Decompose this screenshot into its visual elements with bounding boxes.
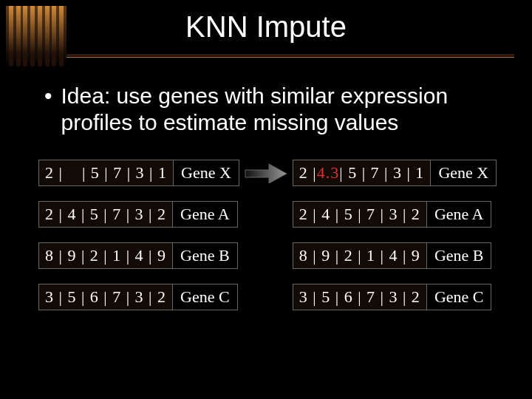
table-row: 3 | 5 | 6 | 7 | 3 | 2 Gene C: [293, 284, 497, 310]
gene-values: 2 |4.3| 5 | 7 | 3 | 1: [293, 160, 432, 186]
bullet-marker: •: [44, 83, 52, 109]
gene-values: 2 | 4 | 5 | 7 | 3 | 2: [293, 201, 427, 228]
gene-values: 8 | 9 | 2 | 1 | 4 | 9: [293, 242, 427, 269]
gene-label: Gene B: [427, 242, 492, 269]
gene-label: Gene A: [173, 201, 238, 228]
gene-label: Gene X: [431, 160, 497, 186]
table-row: 3 | 5 | 6 | 7 | 3 | 2 Gene C: [38, 284, 239, 310]
arrow-icon: [239, 160, 293, 185]
gene-values: 2 | | 5 | 7 | 3 | 1: [38, 160, 174, 186]
bullet-text: Idea: use genes with similar expression …: [61, 83, 495, 136]
bullet-item: • Idea: use genes with similar expressio…: [44, 83, 495, 136]
logo-graphic: [6, 6, 66, 66]
values-prefix: 2 |: [299, 163, 317, 183]
title-underline: [46, 54, 514, 58]
gene-label: Gene A: [427, 201, 492, 228]
left-table: 2 | | 5 | 7 | 3 | 1 Gene X 2 | 4 | 5 | 7…: [38, 160, 239, 310]
gene-label: Gene C: [173, 284, 238, 310]
gene-values: 8 | 9 | 2 | 1 | 4 | 9: [38, 242, 173, 269]
svg-marker-0: [245, 164, 287, 183]
table-row: 2 | | 5 | 7 | 3 | 1 Gene X: [38, 160, 239, 186]
values-suffix: | 5 | 7 | 3 | 1: [339, 163, 424, 183]
gene-label: Gene C: [427, 284, 492, 310]
gene-label: Gene B: [173, 242, 238, 269]
right-table: 2 |4.3| 5 | 7 | 3 | 1 Gene X 2 | 4 | 5 |…: [293, 160, 497, 310]
gene-values: 3 | 5 | 6 | 7 | 3 | 2: [38, 284, 173, 310]
gene-values: 3 | 5 | 6 | 7 | 3 | 2: [293, 284, 427, 310]
gene-values: 2 | 4 | 5 | 7 | 3 | 2: [38, 201, 173, 228]
imputed-value: 4.3: [317, 163, 340, 183]
table-row: 8 | 9 | 2 | 1 | 4 | 9 Gene B: [38, 242, 239, 269]
slide-title: KNN Impute: [0, 0, 532, 44]
gene-label: Gene X: [174, 160, 239, 186]
table-row: 2 | 4 | 5 | 7 | 3 | 2 Gene A: [293, 201, 497, 228]
table-row: 8 | 9 | 2 | 1 | 4 | 9 Gene B: [293, 242, 497, 269]
tables-container: 2 | | 5 | 7 | 3 | 1 Gene X 2 | 4 | 5 | 7…: [38, 160, 510, 310]
table-row: 2 | 4 | 5 | 7 | 3 | 2 Gene A: [38, 201, 239, 228]
table-row: 2 |4.3| 5 | 7 | 3 | 1 Gene X: [293, 160, 497, 186]
